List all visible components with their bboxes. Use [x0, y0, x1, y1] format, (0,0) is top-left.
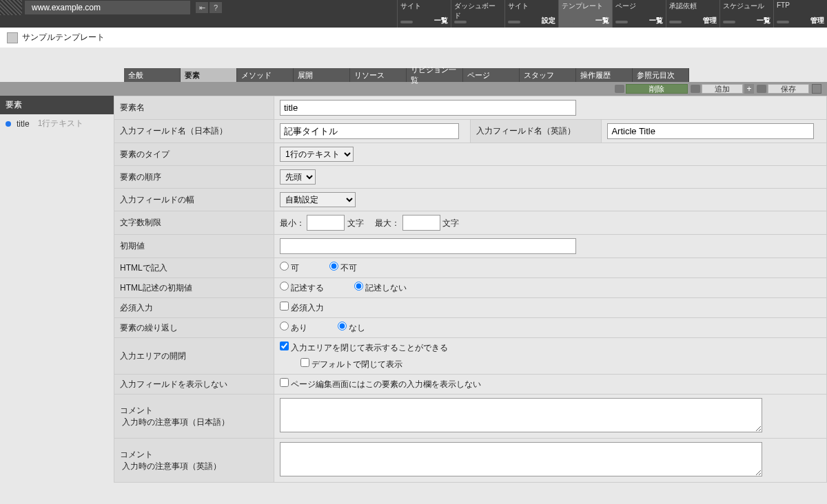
label-hide-field: 入力フィールドを表示しない	[114, 375, 274, 395]
label-comment-ja: コメント 入力時の注意事項（日本語）	[114, 395, 274, 439]
label-width: 入力フィールドの幅	[114, 189, 274, 211]
nav-item[interactable]: サイト設定	[504, 0, 558, 28]
tab[interactable]: ページ	[463, 68, 520, 82]
tab[interactable]: 全般	[124, 68, 181, 82]
nav-item[interactable]: FTP管理	[773, 0, 827, 28]
top-chrome: www.example.com ⇤ ? サイト一覧ダッシュボードサイト設定テンプ…	[0, 0, 827, 28]
nav-item[interactable]: ページ一覧	[612, 0, 666, 28]
main-body: 要素 title 1行テキスト 要素名 入力フィールド名（日本語） 入力フィール…	[0, 96, 827, 483]
nav-item[interactable]: テンプレート一覧	[558, 0, 612, 28]
tab[interactable]: 要素	[181, 68, 237, 82]
tab[interactable]: 参照元目次	[633, 68, 689, 82]
top-nav: サイト一覧ダッシュボードサイト設定テンプレート一覧ページ一覧承認依頼管理スケジュ…	[397, 0, 827, 28]
form-panel: 要素名 入力フィールド名（日本語） 入力フィールド名（英語） 要素のタイプ 1行…	[114, 96, 827, 483]
tab[interactable]: 展開	[294, 68, 350, 82]
input-min-chars[interactable]	[307, 215, 345, 231]
label-initial: 初期値	[114, 235, 274, 258]
radio-htmlinit-no[interactable]: 記述しない	[354, 283, 407, 293]
label-repeat: 要素の繰り返し	[114, 318, 274, 338]
label-order: 要素の順序	[114, 166, 274, 189]
sidebar-header: 要素	[0, 96, 114, 114]
min-unit: 文字	[347, 218, 364, 228]
textarea-comment-ja[interactable]	[280, 398, 762, 432]
label-required: 必須入力	[114, 298, 274, 318]
template-icon	[7, 32, 18, 43]
radio-repeat-yes[interactable]: あり	[280, 323, 307, 333]
min-label: 最小：	[280, 218, 305, 228]
label-char-limit: 文字数制限	[114, 211, 274, 235]
chrome-left: www.example.com ⇤ ?	[0, 0, 222, 15]
radio-html-yes[interactable]: 可	[280, 263, 299, 273]
toggle-icon	[615, 85, 624, 93]
label-field-ja: 入力フィールド名（日本語）	[114, 120, 274, 143]
max-label: 最大：	[375, 218, 400, 228]
site-url: www.example.com	[25, 1, 190, 14]
textarea-comment-en[interactable]	[280, 442, 762, 476]
extra-icon[interactable]	[812, 84, 821, 94]
nav-item[interactable]: サイト一覧	[397, 0, 451, 28]
tabs: 全般要素メソッド展開リソースリビジョン一覧ページスタッフ操作履歴参照元目次	[0, 68, 827, 82]
label-collapse: 入力エリアの開閉	[114, 338, 274, 375]
nav-item[interactable]: ダッシュボード	[451, 0, 504, 28]
checkbox-hide-field[interactable]: ページ編集画面にはこの要素の入力欄を表示しない	[280, 379, 481, 389]
form-table: 要素名 入力フィールド名（日本語） 入力フィールド名（英語） 要素のタイプ 1行…	[114, 96, 827, 483]
chrome-tools: ⇤ ?	[196, 2, 222, 13]
label-field-en: 入力フィールド名（英語）	[471, 120, 602, 143]
delete-label: 削除	[626, 84, 688, 94]
add-button[interactable]: 追加 +	[691, 84, 754, 94]
save-button[interactable]: 保存	[757, 84, 809, 94]
sidebar-item-name: title	[17, 119, 30, 129]
back-icon[interactable]: ⇤	[196, 2, 208, 13]
sidebar: 要素 title 1行テキスト	[0, 96, 114, 483]
select-width[interactable]: 自動設定	[280, 192, 356, 207]
input-field-ja[interactable]	[280, 123, 459, 139]
toggle-icon	[691, 85, 700, 93]
select-order[interactable]: 先頭	[280, 169, 316, 185]
select-type[interactable]: 1行のテキスト	[280, 147, 354, 162]
input-element-name[interactable]	[280, 100, 576, 116]
tab[interactable]: スタッフ	[520, 68, 576, 82]
tab[interactable]: メソッド	[237, 68, 294, 82]
nav-item[interactable]: 承認依頼管理	[666, 0, 719, 28]
label-type: 要素のタイプ	[114, 143, 274, 166]
sidebar-item-type: 1行テキスト	[38, 118, 84, 129]
app-logo-icon	[0, 0, 22, 15]
radio-htmlinit-yes[interactable]: 記述する	[280, 283, 324, 293]
tabs-area: 全般要素メソッド展開リソースリビジョン一覧ページスタッフ操作履歴参照元目次 削除…	[0, 68, 827, 483]
label-comment-en: コメント 入力時の注意事項（英語）	[114, 439, 274, 483]
plus-icon: +	[744, 84, 754, 94]
bullet-icon	[6, 121, 11, 127]
tab[interactable]: リビジョン一覧	[407, 68, 463, 82]
checkbox-default-collapsed[interactable]: デフォルトで閉じて表示	[300, 359, 402, 369]
nav-item[interactable]: スケジュール一覧	[719, 0, 773, 28]
help-icon[interactable]: ?	[210, 2, 222, 13]
label-html-input: HTMLで記入	[114, 258, 274, 278]
max-unit: 文字	[442, 218, 459, 228]
page-title-row: サンプルテンプレート	[0, 28, 827, 48]
save-label: 保存	[768, 84, 809, 94]
sidebar-item-title[interactable]: title 1行テキスト	[0, 114, 114, 133]
radio-html-no[interactable]: 不可	[329, 263, 357, 273]
add-label: 追加	[702, 84, 743, 94]
toggle-icon	[757, 85, 766, 93]
tab[interactable]: 操作履歴	[576, 68, 633, 82]
label-element-name: 要素名	[114, 96, 274, 120]
checkbox-required[interactable]: 必須入力	[280, 303, 324, 313]
tab[interactable]: リソース	[350, 68, 407, 82]
checkbox-collapsible[interactable]: 入力エリアを閉じて表示することができる	[280, 343, 448, 353]
page-title: サンプルテンプレート	[22, 32, 105, 43]
input-max-chars[interactable]	[402, 215, 440, 231]
input-initial[interactable]	[280, 238, 576, 254]
input-field-en[interactable]	[607, 123, 814, 139]
delete-button[interactable]: 削除	[615, 84, 688, 94]
label-html-initial: HTML記述の初期値	[114, 278, 274, 298]
radio-repeat-no[interactable]: なし	[338, 323, 365, 333]
